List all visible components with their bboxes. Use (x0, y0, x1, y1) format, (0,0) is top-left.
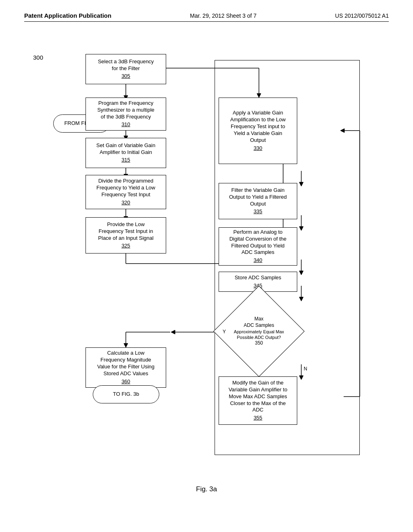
box-320-step: 320 (121, 200, 130, 206)
box-340-text: Perform an Analog toDigital Conversion o… (229, 229, 287, 256)
diamond-line1: Max (254, 316, 264, 322)
box-to3b: TO FIG. 3b (93, 385, 159, 403)
y-label: Y (223, 329, 226, 335)
svg-marker-39 (124, 343, 128, 347)
n-label: N (304, 366, 307, 372)
box-330: Apply a Variable GainAmplification to th… (219, 98, 297, 164)
box-320-text: Divide the ProgrammedFrequency to Yield … (96, 178, 155, 198)
page: Patent Application Publication Mar. 29, … (0, 0, 413, 532)
header-left: Patent Application Publication (24, 12, 111, 19)
box-335-text: Filter the Variable GainOutput to Yield … (229, 187, 287, 208)
box-360-text: Calculate a LowFrequency MagnitudeValue … (97, 350, 154, 377)
box-355-text: Modify the Gain of theVariable Gain Ampl… (229, 380, 288, 414)
box-310-text: Program the FrequencySynthesizer to a mu… (97, 100, 154, 121)
diagram-area: 300 (33, 38, 380, 493)
box-355: Modify the Gain of theVariable Gain Ampl… (219, 376, 297, 425)
box-to3b-text: TO FIG. 3b (113, 391, 139, 398)
diamond-content: Max ADC Samples Approximately Equal Max … (227, 299, 291, 364)
diamond-line3: Approximately Equal Max (234, 329, 284, 335)
box-340: Perform an Analog toDigital Conversion o… (219, 227, 297, 266)
diamond-line4: Possible ADC Output? (237, 335, 281, 340)
box-340-step: 340 (254, 257, 263, 264)
box-325-step: 325 (121, 243, 130, 249)
box-315-text: Set Gain of Variable GainAmplifier to In… (96, 142, 155, 156)
header-right: US 2012/0075012 A1 (335, 12, 389, 19)
page-header: Patent Application Publication Mar. 29, … (24, 12, 389, 22)
box-305-text: Select a 3dB Frequencyfor the Filter (98, 58, 154, 72)
box-310-step: 310 (121, 121, 130, 128)
box-325: Provide the LowFrequency Test Input inPl… (86, 217, 166, 254)
box-315: Set Gain of Variable GainAmplifier to In… (86, 138, 166, 168)
box-330-step: 330 (254, 145, 263, 152)
fig-label: Fig. 3a (33, 485, 380, 493)
box-310: Program the FrequencySynthesizer to a mu… (86, 98, 166, 131)
diamond-line2: ADC Samples (244, 322, 274, 329)
svg-marker-28 (171, 330, 175, 334)
box-325-text: Provide the LowFrequency Test Input inPl… (98, 221, 153, 242)
box-360-step: 360 (121, 378, 130, 385)
diamond-step: 350 (255, 340, 263, 347)
box-335: Filter the Variable GainOutput to Yield … (219, 183, 297, 219)
box-360: Calculate a LowFrequency MagnitudeValue … (86, 347, 166, 388)
box-355-step: 355 (254, 415, 263, 422)
box-315-step: 315 (121, 157, 130, 164)
box-305: Select a 3dB Frequencyfor the Filter 305 (86, 54, 166, 84)
box-330-text: Apply a Variable GainAmplification to th… (230, 110, 286, 143)
header-center: Mar. 29, 2012 Sheet 3 of 7 (190, 12, 257, 19)
flowchart: Select a 3dB Frequencyfor the Filter 305… (33, 38, 380, 473)
box-345-text: Store ADC Samples (235, 274, 282, 281)
box-335-step: 335 (254, 208, 263, 215)
diamond-350: Max ADC Samples Approximately Equal Max … (227, 299, 291, 364)
box-305-step: 305 (121, 73, 130, 80)
box-320: Divide the ProgrammedFrequency to Yield … (86, 175, 166, 209)
